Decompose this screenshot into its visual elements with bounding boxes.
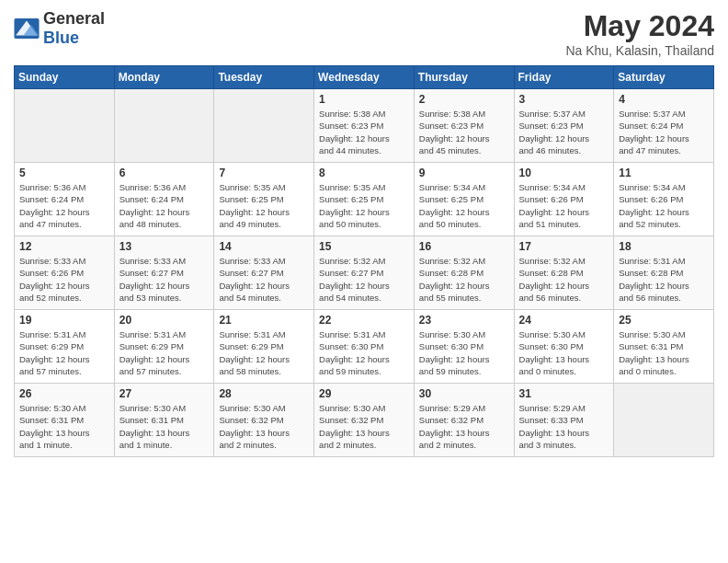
logo-general: General (43, 9, 105, 28)
calendar-cell: 27Sunrise: 5:30 AM Sunset: 6:31 PM Dayli… (114, 384, 214, 457)
day-info: Sunrise: 5:30 AM Sunset: 6:31 PM Dayligh… (19, 402, 109, 451)
day-number: 22 (319, 314, 409, 327)
day-number: 1 (319, 93, 409, 106)
calendar-cell: 6Sunrise: 5:36 AM Sunset: 6:24 PM Daylig… (114, 163, 214, 236)
calendar-cell: 4Sunrise: 5:37 AM Sunset: 6:24 PM Daylig… (614, 89, 714, 163)
subtitle: Na Khu, Kalasin, Thailand (565, 43, 714, 58)
logo-icon (14, 18, 40, 39)
day-number: 16 (419, 240, 509, 253)
calendar-cell: 26Sunrise: 5:30 AM Sunset: 6:31 PM Dayli… (15, 384, 115, 457)
calendar-cell: 28Sunrise: 5:30 AM Sunset: 6:32 PM Dayli… (214, 384, 314, 457)
header-thursday: Thursday (414, 66, 514, 89)
day-number: 11 (619, 167, 709, 179)
calendar-cell: 3Sunrise: 5:37 AM Sunset: 6:23 PM Daylig… (514, 89, 614, 163)
day-info: Sunrise: 5:37 AM Sunset: 6:23 PM Dayligh… (519, 108, 609, 156)
calendar-cell: 23Sunrise: 5:30 AM Sunset: 6:30 PM Dayli… (414, 310, 514, 384)
day-info: Sunrise: 5:32 AM Sunset: 6:28 PM Dayligh… (419, 255, 509, 304)
calendar-cell: 24Sunrise: 5:30 AM Sunset: 6:30 PM Dayli… (514, 310, 614, 384)
calendar-cell: 21Sunrise: 5:31 AM Sunset: 6:29 PM Dayli… (214, 310, 314, 384)
logo-blue: Blue (43, 29, 79, 47)
calendar-cell: 15Sunrise: 5:32 AM Sunset: 6:27 PM Dayli… (314, 236, 415, 310)
day-info: Sunrise: 5:31 AM Sunset: 6:30 PM Dayligh… (319, 328, 409, 377)
day-number: 19 (19, 314, 109, 327)
day-number: 8 (319, 167, 409, 179)
day-info: Sunrise: 5:32 AM Sunset: 6:27 PM Dayligh… (319, 255, 409, 304)
calendar-cell: 1Sunrise: 5:38 AM Sunset: 6:23 PM Daylig… (314, 89, 415, 163)
calendar-cell: 9Sunrise: 5:34 AM Sunset: 6:25 PM Daylig… (414, 163, 514, 236)
day-number: 13 (119, 240, 210, 253)
day-number: 17 (519, 240, 609, 253)
header-wednesday: Wednesday (314, 66, 415, 89)
day-info: Sunrise: 5:29 AM Sunset: 6:32 PM Dayligh… (419, 402, 509, 451)
week-row-4: 19Sunrise: 5:31 AM Sunset: 6:29 PM Dayli… (15, 310, 714, 384)
day-info: Sunrise: 5:31 AM Sunset: 6:29 PM Dayligh… (219, 328, 309, 377)
day-info: Sunrise: 5:31 AM Sunset: 6:29 PM Dayligh… (19, 328, 109, 377)
header-friday: Friday (514, 66, 614, 89)
calendar-cell: 17Sunrise: 5:32 AM Sunset: 6:28 PM Dayli… (514, 236, 614, 310)
day-info: Sunrise: 5:32 AM Sunset: 6:28 PM Dayligh… (519, 255, 609, 304)
day-info: Sunrise: 5:36 AM Sunset: 6:24 PM Dayligh… (19, 181, 109, 230)
logo: General Blue (14, 9, 105, 48)
day-info: Sunrise: 5:36 AM Sunset: 6:24 PM Dayligh… (119, 181, 210, 230)
day-number: 9 (419, 167, 509, 179)
calendar-cell: 22Sunrise: 5:31 AM Sunset: 6:30 PM Dayli… (314, 310, 415, 384)
calendar-cell (214, 89, 314, 163)
day-info: Sunrise: 5:30 AM Sunset: 6:31 PM Dayligh… (119, 402, 210, 451)
calendar-cell: 20Sunrise: 5:31 AM Sunset: 6:29 PM Dayli… (114, 310, 214, 384)
header-monday: Monday (114, 66, 214, 89)
day-number: 30 (419, 387, 509, 400)
day-number: 25 (619, 314, 709, 327)
header-saturday: Saturday (614, 66, 714, 89)
day-number: 7 (219, 167, 309, 179)
day-info: Sunrise: 5:37 AM Sunset: 6:24 PM Dayligh… (619, 108, 709, 156)
day-info: Sunrise: 5:30 AM Sunset: 6:32 PM Dayligh… (319, 402, 409, 451)
week-row-3: 12Sunrise: 5:33 AM Sunset: 6:26 PM Dayli… (15, 236, 714, 310)
calendar-header: SundayMondayTuesdayWednesdayThursdayFrid… (15, 66, 714, 89)
day-info: Sunrise: 5:29 AM Sunset: 6:33 PM Dayligh… (519, 402, 609, 451)
calendar-cell: 8Sunrise: 5:35 AM Sunset: 6:25 PM Daylig… (314, 163, 415, 236)
calendar-cell: 31Sunrise: 5:29 AM Sunset: 6:33 PM Dayli… (514, 384, 614, 457)
calendar-cell (614, 384, 714, 457)
day-info: Sunrise: 5:34 AM Sunset: 6:26 PM Dayligh… (619, 181, 709, 230)
week-row-5: 26Sunrise: 5:30 AM Sunset: 6:31 PM Dayli… (15, 384, 714, 457)
calendar-cell: 7Sunrise: 5:35 AM Sunset: 6:25 PM Daylig… (214, 163, 314, 236)
header-row: SundayMondayTuesdayWednesdayThursdayFrid… (15, 66, 714, 89)
calendar-cell: 18Sunrise: 5:31 AM Sunset: 6:28 PM Dayli… (614, 236, 714, 310)
calendar-body: 1Sunrise: 5:38 AM Sunset: 6:23 PM Daylig… (15, 89, 714, 457)
day-info: Sunrise: 5:35 AM Sunset: 6:25 PM Dayligh… (319, 181, 409, 230)
day-number: 18 (619, 240, 709, 253)
day-info: Sunrise: 5:35 AM Sunset: 6:25 PM Dayligh… (219, 181, 309, 230)
day-info: Sunrise: 5:38 AM Sunset: 6:23 PM Dayligh… (419, 108, 509, 156)
calendar-cell: 30Sunrise: 5:29 AM Sunset: 6:32 PM Dayli… (414, 384, 514, 457)
header-tuesday: Tuesday (214, 66, 314, 89)
day-number: 14 (219, 240, 309, 253)
day-number: 31 (519, 387, 609, 400)
main-title: May 2024 (565, 9, 714, 43)
day-number: 28 (219, 387, 309, 400)
day-info: Sunrise: 5:33 AM Sunset: 6:27 PM Dayligh… (219, 255, 309, 304)
week-row-1: 1Sunrise: 5:38 AM Sunset: 6:23 PM Daylig… (15, 89, 714, 163)
day-info: Sunrise: 5:38 AM Sunset: 6:23 PM Dayligh… (319, 108, 409, 156)
calendar-cell: 13Sunrise: 5:33 AM Sunset: 6:27 PM Dayli… (114, 236, 214, 310)
page-header: General Blue May 2024 Na Khu, Kalasin, T… (14, 9, 714, 58)
calendar-cell (114, 89, 214, 163)
day-number: 24 (519, 314, 609, 327)
day-number: 21 (219, 314, 309, 327)
day-number: 5 (19, 167, 109, 179)
day-info: Sunrise: 5:33 AM Sunset: 6:26 PM Dayligh… (19, 255, 109, 304)
day-info: Sunrise: 5:30 AM Sunset: 6:31 PM Dayligh… (619, 328, 709, 377)
day-info: Sunrise: 5:33 AM Sunset: 6:27 PM Dayligh… (119, 255, 210, 304)
day-info: Sunrise: 5:30 AM Sunset: 6:30 PM Dayligh… (519, 328, 609, 377)
day-number: 2 (419, 93, 509, 106)
logo-text: General Blue (43, 9, 105, 48)
day-info: Sunrise: 5:30 AM Sunset: 6:32 PM Dayligh… (219, 402, 309, 451)
day-number: 12 (19, 240, 109, 253)
day-info: Sunrise: 5:31 AM Sunset: 6:28 PM Dayligh… (619, 255, 709, 304)
day-info: Sunrise: 5:34 AM Sunset: 6:26 PM Dayligh… (519, 181, 609, 230)
calendar-cell: 11Sunrise: 5:34 AM Sunset: 6:26 PM Dayli… (614, 163, 714, 236)
calendar-cell: 25Sunrise: 5:30 AM Sunset: 6:31 PM Dayli… (614, 310, 714, 384)
calendar-cell: 14Sunrise: 5:33 AM Sunset: 6:27 PM Dayli… (214, 236, 314, 310)
day-number: 10 (519, 167, 609, 179)
calendar-cell: 16Sunrise: 5:32 AM Sunset: 6:28 PM Dayli… (414, 236, 514, 310)
calendar-cell: 29Sunrise: 5:30 AM Sunset: 6:32 PM Dayli… (314, 384, 415, 457)
